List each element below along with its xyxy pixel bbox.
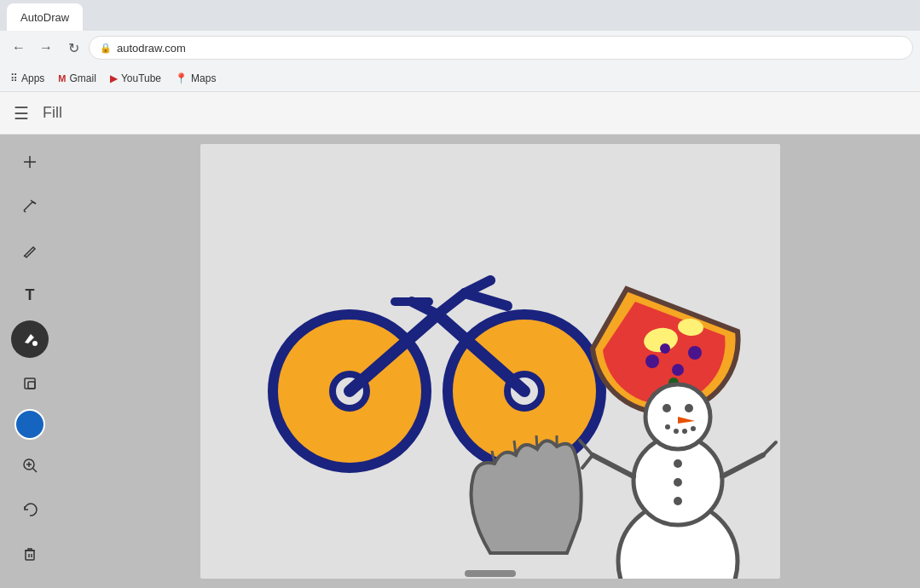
tab-title: AutoDraw (20, 11, 69, 24)
youtube-label: YouTube (121, 72, 161, 84)
fill-tool[interactable] (11, 320, 49, 358)
svg-line-2 (24, 202, 32, 210)
app-header: ☰ Fill (0, 92, 920, 135)
svg-point-46 (663, 404, 671, 412)
url-text: autodraw.com (117, 42, 186, 55)
svg-line-5 (32, 202, 36, 204)
delete-tool[interactable] (11, 535, 49, 573)
svg-line-40 (514, 441, 516, 455)
autodraw-tool[interactable] (11, 187, 49, 225)
bookmark-youtube[interactable]: ▶ YouTube (110, 72, 161, 84)
svg-point-50 (682, 429, 687, 434)
address-bar[interactable]: 🔒 autodraw.com (89, 36, 913, 60)
svg-point-32 (672, 364, 684, 376)
svg-point-31 (645, 355, 659, 368)
svg-point-52 (674, 459, 682, 468)
text-tool[interactable]: T (11, 276, 49, 314)
svg-line-59 (763, 442, 776, 455)
hamburger-menu[interactable]: ☰ (14, 103, 29, 124)
svg-rect-8 (25, 378, 35, 389)
apps-icon: ⠿ (10, 72, 18, 84)
bicycle-drawing (273, 280, 601, 468)
apps-label: Apps (21, 72, 44, 84)
navigation-bar: ← → ↻ 🔒 autodraw.com (0, 31, 920, 65)
svg-point-7 (32, 341, 38, 346)
svg-line-55 (593, 455, 634, 476)
bookmark-maps[interactable]: 📍 Maps (175, 72, 216, 84)
scroll-indicator (465, 570, 516, 577)
canvas-svg (200, 144, 780, 579)
svg-point-47 (685, 404, 693, 412)
reload-button[interactable]: ↻ (61, 36, 85, 60)
canvas-area (60, 135, 920, 588)
select-tool[interactable] (11, 143, 49, 181)
color-swatch[interactable] (14, 409, 45, 440)
svg-line-58 (582, 455, 593, 468)
gmail-icon: M (58, 73, 66, 84)
app-container: ☰ Fill (0, 92, 920, 588)
svg-point-49 (674, 429, 679, 434)
tab-bar: AutoDraw (0, 0, 920, 31)
svg-rect-9 (28, 382, 35, 389)
svg-rect-14 (26, 551, 34, 560)
pencil-tool[interactable] (11, 232, 49, 269)
bookmarks-bar: ⠿ Apps M Gmail ▶ YouTube 📍 Maps (0, 65, 920, 92)
bookmark-apps[interactable]: ⠿ Apps (10, 72, 44, 84)
svg-line-41 (536, 435, 537, 449)
svg-line-26 (465, 280, 490, 293)
svg-line-4 (24, 210, 26, 212)
shape-tool[interactable] (11, 365, 49, 402)
app-body: T (0, 135, 920, 588)
zoom-tool[interactable] (11, 447, 49, 484)
sidebar: T (0, 135, 60, 588)
svg-point-54 (674, 497, 682, 505)
forward-button[interactable]: → (34, 36, 58, 60)
undo-tool[interactable] (11, 491, 49, 528)
svg-point-51 (691, 426, 696, 431)
browser-chrome: AutoDraw ← → ↻ 🔒 autodraw.com ⠿ Apps M G… (0, 0, 920, 92)
app-title: Fill (43, 104, 62, 122)
svg-point-34 (688, 346, 702, 360)
svg-line-6 (24, 256, 25, 257)
svg-point-33 (660, 343, 670, 354)
lock-icon: 🔒 (100, 43, 112, 54)
drawing-canvas[interactable] (200, 144, 780, 579)
svg-point-48 (665, 424, 670, 429)
gmail-label: Gmail (70, 72, 96, 84)
svg-line-56 (722, 455, 763, 476)
back-button[interactable]: ← (7, 36, 31, 60)
text-icon: T (26, 286, 35, 304)
snowman-drawing (580, 384, 776, 579)
active-tab[interactable]: AutoDraw (7, 3, 83, 31)
bookmark-gmail[interactable]: M Gmail (58, 72, 96, 84)
youtube-icon: ▶ (110, 72, 118, 84)
maps-icon: 📍 (175, 72, 188, 84)
svg-line-24 (437, 293, 465, 314)
svg-point-53 (674, 478, 682, 487)
svg-line-11 (33, 469, 38, 473)
maps-label: Maps (191, 72, 216, 84)
